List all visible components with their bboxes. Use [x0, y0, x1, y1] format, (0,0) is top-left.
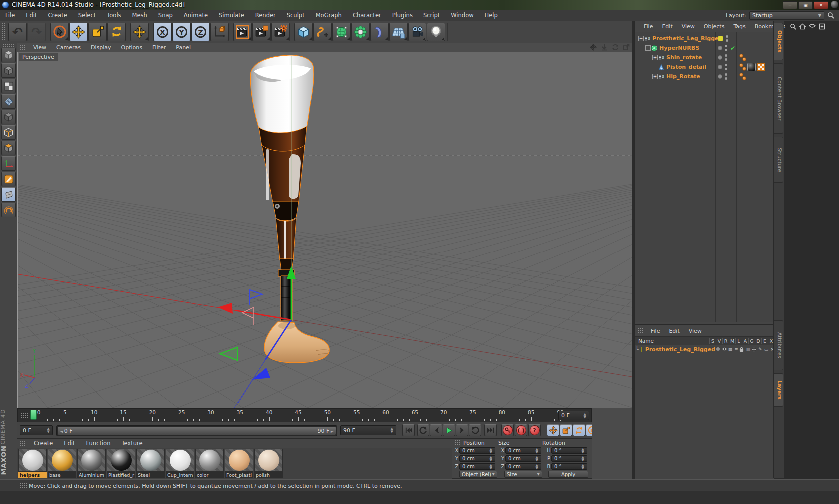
coordinate-field[interactable]: 0 cm ▲▼: [459, 463, 495, 470]
panel-drag-handle[interactable]: [2, 44, 15, 47]
material-tile[interactable]: Cup_intern: [166, 449, 194, 478]
tab-structure[interactable]: Structure: [774, 137, 783, 183]
menu-plugins[interactable]: Plugins: [387, 12, 418, 19]
texture-paint-mode-button[interactable]: [1, 172, 16, 186]
viewport-view-label[interactable]: Perspective: [19, 53, 58, 61]
play-button[interactable]: [443, 424, 455, 436]
object-name[interactable]: Hip_Rotate: [666, 73, 700, 80]
material-name[interactable]: polish: [254, 472, 283, 478]
object-manager-menu-bookmarks[interactable]: Bookmarks: [750, 23, 790, 30]
material-menu-texture[interactable]: Texture: [116, 440, 148, 447]
layer-column-l[interactable]: L: [735, 338, 742, 344]
menu-render[interactable]: Render: [250, 12, 281, 19]
visibility-dots[interactable]: [725, 54, 727, 61]
add-primitive-button[interactable]: [294, 23, 313, 41]
expand-icon[interactable]: +: [652, 74, 658, 79]
uvw-tag-icon[interactable]: [757, 63, 765, 71]
render-picture-viewer-button[interactable]: [252, 23, 271, 41]
object-name[interactable]: Piston_detail: [666, 64, 706, 70]
spinner-arrows-icon[interactable]: ▲▼: [582, 448, 584, 454]
visibility-dots[interactable]: [725, 73, 727, 80]
preview-range-bar[interactable]: ◄ 0 F 90 F ►: [58, 427, 336, 435]
render-settings-button[interactable]: [271, 23, 290, 41]
viewport-menu-view[interactable]: View: [28, 44, 51, 51]
object-row[interactable]: + 0 Shin_rotate: [635, 53, 774, 62]
add-environment-button[interactable]: [370, 23, 389, 41]
generators-icon[interactable]: [751, 347, 757, 352]
panel-drag-handle[interactable]: [20, 483, 27, 489]
prev-frame-button[interactable]: [430, 424, 442, 436]
add-camera-button[interactable]: [408, 23, 426, 41]
solo-dot-icon[interactable]: [715, 347, 721, 352]
preview-range-slider[interactable]: ◄ 0 F 90 F ►: [56, 425, 337, 436]
visibility-eye-icon[interactable]: [721, 347, 727, 352]
make-editable-button[interactable]: [1, 48, 16, 62]
layer-column-g[interactable]: G: [748, 338, 755, 344]
axis-mode-button[interactable]: [1, 156, 16, 171]
menu-create[interactable]: Create: [43, 12, 73, 19]
home-button[interactable]: [799, 23, 806, 30]
object-row[interactable]: + 0 Hip_Rotate: [635, 72, 774, 81]
add-generator-button[interactable]: [332, 23, 351, 41]
coordinate-field[interactable]: 0 ° ▲▼: [551, 455, 587, 462]
timeline-frame-field[interactable]: 0 F ▲▼: [558, 411, 589, 420]
edges-mode-button[interactable]: [1, 125, 16, 140]
next-key-button[interactable]: [469, 424, 481, 436]
material-preview[interactable]: [18, 449, 47, 472]
layer-column-e[interactable]: E: [761, 338, 768, 344]
live-selection-button[interactable]: [50, 23, 69, 41]
tab-objects[interactable]: Objects: [774, 23, 783, 60]
record-autokey-button[interactable]: ( ): [515, 424, 527, 436]
menu-snap[interactable]: Snap: [153, 12, 178, 19]
layer-name[interactable]: Prosthetic_Leg_Rigged: [645, 346, 715, 353]
expression-tag-icon[interactable]: [739, 54, 746, 61]
add-floor-button[interactable]: [389, 23, 408, 41]
collapse-icon[interactable]: −: [645, 45, 651, 51]
material-tile[interactable]: Plastified_r: [107, 449, 135, 478]
expressions-icon[interactable]: ▭: [763, 347, 769, 352]
layer-color-chip[interactable]: [718, 46, 722, 50]
coordinate-field[interactable]: 0 cm ▲▼: [505, 447, 541, 454]
viewport-menu-cameras[interactable]: Cameras: [51, 44, 86, 51]
menu-edit[interactable]: Edit: [20, 12, 42, 19]
search-button[interactable]: [790, 23, 796, 30]
layer-color-chip[interactable]: [718, 36, 723, 41]
lock-y-button[interactable]: Y: [172, 23, 191, 41]
range-left-arrow-icon[interactable]: ◄: [60, 429, 64, 434]
current-frame-field[interactable]: 0 F ▲▼: [20, 425, 53, 435]
spinner-arrows-icon[interactable]: ▲▼: [582, 464, 584, 470]
material-name[interactable]: Plastified_r: [107, 472, 135, 478]
coordinate-field[interactable]: 0 cm ▲▼: [459, 455, 495, 462]
layout-dropdown[interactable]: Startup ▼: [749, 11, 824, 20]
object-row[interactable]: − 0 Prosthetic_Leg_Rigged: [635, 34, 774, 43]
texture-mode-button[interactable]: [1, 79, 16, 93]
spinner-arrows-icon[interactable]: ▲▼: [490, 464, 492, 470]
panel-drag-handle[interactable]: [19, 44, 26, 50]
material-name[interactable]: base: [48, 472, 76, 478]
menu-window[interactable]: Window: [445, 12, 479, 19]
render-clapper-icon[interactable]: ▦: [727, 347, 733, 352]
object-manager-menu-edit[interactable]: Edit: [657, 23, 677, 30]
material-preview[interactable]: [77, 449, 106, 472]
material-menu-edit[interactable]: Edit: [58, 440, 80, 447]
material-tile[interactable]: color: [195, 449, 224, 478]
coordinate-field[interactable]: 0 ° ▲▼: [551, 463, 587, 470]
material-name[interactable]: Aluminium: [77, 472, 106, 478]
panel-drag-handle[interactable]: [637, 328, 644, 334]
object-tree[interactable]: − 0 Prosthetic_Leg_Rigged − HyperNURBS ✔…: [635, 32, 774, 322]
layer-manager-menu-file[interactable]: File: [646, 328, 664, 334]
manager-hierarchy-icon[interactable]: ≡: [733, 347, 739, 352]
coordinate-system-button[interactable]: [210, 23, 229, 41]
material-menu-create[interactable]: Create: [28, 440, 58, 447]
material-name[interactable]: Steel: [136, 472, 165, 478]
layer-manager-menu-view[interactable]: View: [684, 328, 706, 334]
layer-color-chip[interactable]: [718, 55, 722, 60]
expression-tag-icon[interactable]: [739, 63, 746, 71]
material-preview[interactable]: [195, 449, 224, 472]
add-deformer-button[interactable]: [351, 23, 370, 41]
spinner-arrows-icon[interactable]: ▲▼: [584, 413, 586, 419]
viewport-canvas[interactable]: Perspective: [17, 52, 632, 408]
apply-button[interactable]: Apply: [548, 471, 588, 478]
expression-tag-icon[interactable]: [739, 73, 746, 80]
key-scale-button[interactable]: [560, 424, 572, 436]
